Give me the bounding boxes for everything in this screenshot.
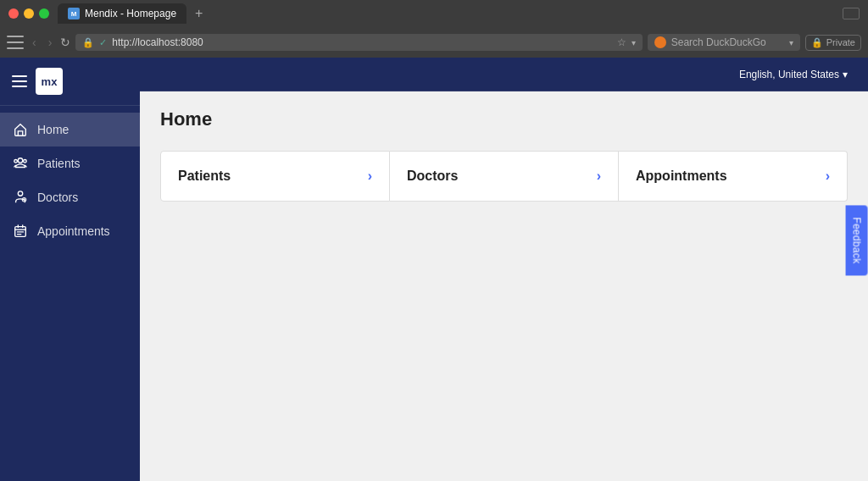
doctors-card-arrow: › [597,169,601,184]
doctors-card[interactable]: Doctors › [390,151,619,202]
patients-card[interactable]: Patients › [160,151,390,202]
lock-icon: 🔒 [811,37,823,48]
sidebar-nav: Home Patients [0,106,140,255]
address-dropdown-icon[interactable]: ▾ [632,38,636,47]
appointments-icon [12,223,29,240]
app-topbar: English, United States ▾ [140,58,868,91]
sidebar-item-doctors-label: Doctors [37,191,78,204]
browser-chrome: M Mendix - Homepage + ‹ › ↻ 🔒 ✓ http://l… [0,0,868,58]
browser-titlebar: M Mendix - Homepage + [0,0,868,27]
tab-title: Mendix - Homepage [85,8,176,19]
back-button[interactable]: ‹ [29,34,40,51]
svg-point-0 [18,158,22,163]
chevron-down-icon: ▾ [843,69,848,80]
shield-icon: 🔒 [82,37,94,48]
duckduckgo-icon [654,36,666,48]
private-badge: 🔒 Private [805,35,861,51]
appointments-card-label: Appointments [636,169,727,184]
sidebar-item-appointments[interactable]: Appointments [0,214,140,248]
feedback-button[interactable]: Feedback [845,205,867,275]
hamburger-button[interactable] [12,75,27,87]
svg-point-3 [18,191,22,196]
sidebar-item-home[interactable]: Home [0,113,140,147]
reload-button[interactable]: ↻ [60,36,70,49]
doctors-card-label: Doctors [407,169,458,184]
home-icon [12,121,29,138]
traffic-lights [8,8,49,19]
appointments-card-arrow: › [826,169,830,184]
forward-button[interactable]: › [45,34,56,51]
sidebar-header: mx [0,58,140,106]
sidebar-item-appointments-label: Appointments [37,224,110,238]
search-placeholder: Search DuckDuckGo [671,36,784,48]
minimize-traffic-light[interactable] [24,8,34,19]
browser-toolbar: ‹ › ↻ 🔒 ✓ http://localhost:8080 ☆ ▾ Sear… [0,27,868,58]
tab-bar: M Mendix - Homepage + [58,3,843,24]
sidebar-item-home-label: Home [37,123,69,136]
bookmark-icon[interactable]: ☆ [617,36,626,48]
doctors-icon [12,189,29,206]
new-tab-button[interactable]: + [190,4,208,23]
patients-card-arrow: › [368,169,372,184]
cards-row: Patients › Doctors › Appointments › [160,151,848,202]
private-label: Private [826,37,855,47]
language-label: English, United States [739,69,839,80]
address-bar[interactable]: 🔒 ✓ http://localhost:8080 ☆ ▾ [75,34,642,51]
window-controls [843,8,860,19]
sidebar-toggle-button[interactable] [7,36,24,49]
sidebar-item-patients-label: Patients [37,157,81,170]
app-layout: mx Home [0,58,868,481]
close-traffic-light[interactable] [8,8,19,19]
sidebar-item-patients[interactable]: Patients [0,147,140,180]
patients-card-label: Patients [178,169,231,184]
main-content: Home Patients › Doctors › Appointments › [140,91,868,481]
search-dropdown-icon[interactable]: ▾ [789,38,793,47]
page-title: Home [160,108,848,130]
lock-icon: ✓ [99,37,107,48]
maximize-traffic-light[interactable] [39,8,49,19]
patients-icon [12,155,29,172]
sidebar: mx Home [0,58,140,481]
search-bar[interactable]: Search DuckDuckGo ▾ [648,34,800,51]
language-selector[interactable]: English, United States ▾ [732,65,854,84]
app-content-wrapper: English, United States ▾ Home Patients ›… [140,58,868,481]
app-logo: mx [36,68,63,95]
address-text: http://localhost:8080 [112,36,611,48]
svg-point-1 [14,160,18,163]
svg-point-2 [24,160,27,163]
appointments-card[interactable]: Appointments › [619,151,848,202]
active-tab[interactable]: M Mendix - Homepage [58,3,186,24]
feedback-button-wrapper: Feedback [845,205,867,275]
sidebar-item-doctors[interactable]: Doctors [0,180,140,214]
tab-favicon: M [68,8,80,19]
